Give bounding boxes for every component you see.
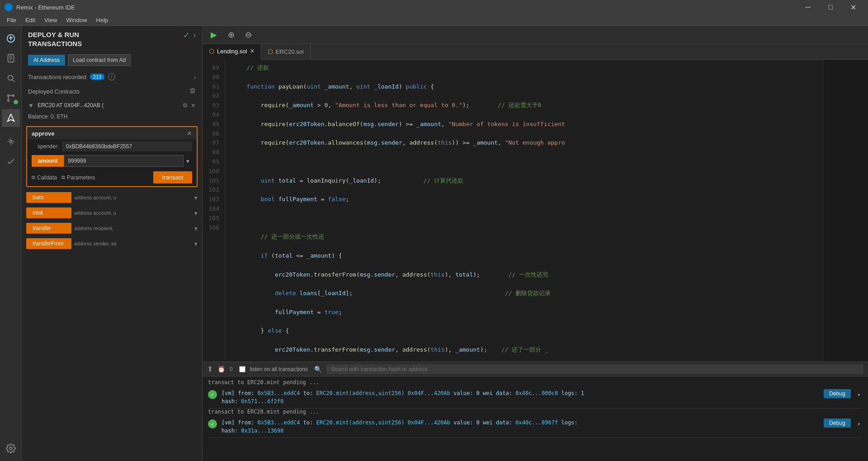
amount-button[interactable]: amount	[32, 155, 64, 167]
svg-marker-6	[7, 114, 14, 122]
tab-erc20[interactable]: ⬡ ERC20.sol	[261, 44, 311, 60]
line-numbers: 8990919293949596979899100101102103104105…	[203, 60, 225, 362]
terminal: ⬆ ⏰ 0 listen on all transactions 🔍 trans…	[203, 362, 868, 461]
at-address-button[interactable]: At Address	[28, 55, 65, 66]
activity-search[interactable]	[2, 69, 20, 87]
svg-point-8	[9, 447, 12, 450]
address-row: At Address Load contract from Ad	[22, 51, 202, 70]
spender-label: spender:	[32, 143, 59, 150]
editor-area: ▶ ⊕ ⊖ ⬡ Lending.sol ✕ ⬡ ERC20.sol 899091…	[203, 26, 868, 461]
titlebar-left: Remix - Ethereum IDE	[5, 3, 75, 11]
burn-function-button[interactable]: burn	[26, 192, 71, 203]
menubar: File Edit View Window Help	[0, 14, 868, 26]
log-expand-icon-1[interactable]: ▾	[855, 389, 863, 400]
close-button[interactable]: ✕	[843, 0, 863, 14]
titlebar: Remix - Ethereum IDE ─ □ ✕	[0, 0, 868, 14]
activity-bar	[0, 26, 22, 461]
transaction-count-badge: 213	[90, 74, 104, 80]
log-expand-icon-2[interactable]: ▾	[855, 419, 863, 429]
code-content[interactable]: // 还款 function payLoan(uint _amount, uin…	[225, 60, 823, 362]
panel-header: DEPLOY & RUN TRANSACTIONS ✓ ›	[22, 26, 202, 51]
activity-verify[interactable]	[2, 152, 20, 170]
transfer-function-button[interactable]: transfer	[26, 223, 71, 234]
clock-icon: ⏰	[217, 366, 225, 373]
lending-tab-icon: ⬡	[209, 47, 214, 55]
transaction-search-input[interactable]	[326, 364, 863, 374]
activity-deploy[interactable]	[2, 109, 20, 127]
minimize-button[interactable]: ─	[797, 0, 818, 14]
activity-git[interactable]	[2, 89, 20, 107]
log-from-2: from: 0x5B3...eddC4 to: ERC20.mint(addre…	[238, 419, 577, 426]
mint-function-button[interactable]: mint	[26, 207, 71, 218]
menu-file[interactable]: File	[2, 16, 21, 24]
contract-name: ERC20 AT 0X04F...420AB (	[38, 102, 179, 108]
burn-expand-icon[interactable]: ▾	[194, 194, 198, 201]
activity-debug[interactable]	[2, 132, 20, 151]
transactions-label: Transactions recorded	[28, 74, 86, 80]
contract-close-icon[interactable]: ✕	[191, 102, 196, 109]
pending-msg-1: transact to ERC20.mint pending ...	[208, 379, 863, 386]
code-editor: 8990919293949596979899100101102103104105…	[203, 60, 868, 362]
pending-msg-2: transact to ERC20.mint pending ...	[208, 409, 863, 415]
transactions-expand-icon[interactable]: ›	[194, 74, 196, 80]
maximize-button[interactable]: □	[820, 0, 841, 14]
calldata-button[interactable]: ⧉ Calldata	[32, 174, 57, 181]
contract-item: ▼ ERC20 AT 0X04F...420AB ( ⧉ ✕	[22, 99, 202, 112]
function-burn-row: burn address account, u ▾	[22, 190, 202, 205]
log-entry-2: ✓ [vm] from: 0x5B3...eddC4 to: ERC20.min…	[208, 416, 863, 438]
log-success-icon-1: ✓	[208, 390, 217, 399]
svg-point-7	[9, 140, 12, 143]
log-vm-label-1: [vm]	[222, 390, 235, 396]
titlebar-controls[interactable]: ─ □ ✕	[797, 0, 863, 14]
menu-help[interactable]: Help	[92, 16, 113, 24]
menu-window[interactable]: Window	[61, 16, 91, 24]
debug-button-1[interactable]: Debug	[824, 389, 850, 398]
amount-input[interactable]	[64, 155, 184, 167]
transfer-expand-icon[interactable]: ▾	[194, 225, 198, 232]
menu-edit[interactable]: Edit	[21, 16, 40, 24]
zoom-out-button[interactable]: ⊖	[241, 28, 255, 42]
contract-copy-icon[interactable]: ⧉	[183, 102, 187, 109]
check-icon: ✓	[183, 30, 190, 40]
activity-settings[interactable]	[2, 439, 20, 457]
zoom-in-button[interactable]: ⊕	[224, 28, 238, 42]
load-contract-button[interactable]: Load contract from Ad	[68, 54, 131, 66]
log-from-1: from: 0x5B3...eddC4 to: ERC20.mint(addre…	[238, 390, 584, 396]
spender-input[interactable]	[62, 141, 192, 151]
svg-point-2	[8, 75, 13, 80]
activity-files[interactable]	[2, 49, 20, 67]
log-text-2: [vm] from: 0x5B3...eddC4 to: ERC20.mint(…	[222, 419, 819, 435]
editor-toolbar: ▶ ⊕ ⊖	[203, 26, 868, 44]
run-button[interactable]: ▶	[207, 28, 221, 42]
spender-field: spender:	[27, 140, 197, 153]
expand-icon[interactable]: ›	[193, 31, 196, 39]
amount-chevron-icon[interactable]: ▾	[184, 158, 192, 165]
transact-button[interactable]: transact	[153, 171, 192, 183]
listen-checkbox[interactable]	[239, 366, 245, 372]
terminal-toolbar: ⬆ ⏰ 0 listen on all transactions 🔍	[203, 362, 868, 376]
search-icon: 🔍	[314, 366, 322, 373]
debug-button-2[interactable]: Debug	[824, 419, 850, 428]
deployed-contracts-label: Deployed Contracts	[28, 88, 80, 95]
delete-icon[interactable]	[189, 88, 196, 95]
minimap	[823, 60, 868, 362]
balance-value: Balance: 0. ETH	[28, 113, 67, 120]
mint-expand-icon[interactable]: ▾	[194, 210, 198, 216]
svg-point-3	[7, 95, 9, 97]
transferfrom-function-button[interactable]: transferFrom	[26, 238, 71, 249]
collapse-icon[interactable]: ⬆	[207, 365, 213, 373]
menu-view[interactable]: View	[40, 16, 61, 24]
activity-home[interactable]	[2, 29, 20, 47]
lending-tab-close-icon[interactable]: ✕	[250, 48, 255, 54]
transferfrom-expand-icon[interactable]: ▾	[194, 240, 198, 247]
app-icon	[5, 3, 13, 11]
tab-lending[interactable]: ⬡ Lending.sol ✕	[203, 44, 261, 60]
calldata-label: Calldata	[37, 174, 57, 181]
listen-label: listen on all transactions	[250, 366, 308, 372]
approve-close-icon[interactable]: ✕	[187, 130, 192, 137]
transferfrom-params: address sender, ad	[74, 241, 192, 246]
info-icon[interactable]: i	[108, 73, 115, 80]
erc20-tab-icon: ⬡	[268, 48, 273, 55]
contract-collapse-icon[interactable]: ▼	[28, 102, 34, 109]
parameters-button[interactable]: ⧉ Parameters	[61, 174, 95, 181]
